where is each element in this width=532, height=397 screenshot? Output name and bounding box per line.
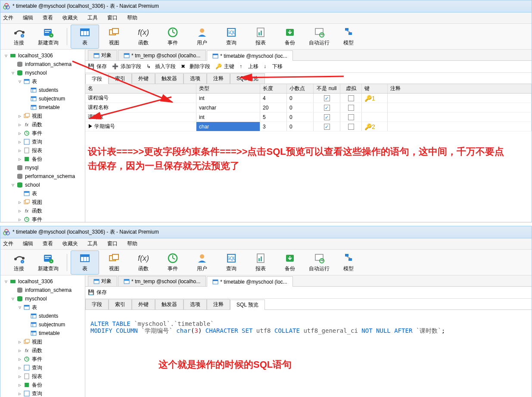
toolbtn-函数[interactable]: f(x)函数 [129,25,158,49]
toolbtn-模型[interactable]: 模型 [334,25,363,49]
tree-localhost_3306[interactable]: ▿localhost_3306 [0,51,85,60]
menu-收藏夹[interactable]: 收藏夹 [62,14,78,22]
tree-事件[interactable]: ▹事件 [0,355,85,363]
tree-查询[interactable]: ▹查询 [0,363,85,372]
toolbtn-用户[interactable]: 用户 [188,25,216,49]
tree-函数[interactable]: ▹fx函数 [0,346,85,355]
tree-subjectnum[interactable]: subjectnum [0,320,85,329]
tree-mysql[interactable]: mysql [0,163,85,172]
action-主键[interactable]: 🔑主键 [215,63,234,70]
design-tab-SQL 预览[interactable]: SQL 预览 [230,73,265,84]
field-row[interactable]: 课程名称varchar200 [85,103,532,113]
expand-icon[interactable]: ▿ [10,296,16,302]
doc-tab[interactable]: * tm_temp @school (localho... [118,276,206,286]
action-添加字段[interactable]: ➕添加字段 [112,63,141,70]
expand-icon[interactable]: ▹ [17,339,22,345]
toolbtn-报表[interactable]: 报表 [246,25,275,49]
expand-icon[interactable]: ▹ [17,113,22,119]
tree-备份[interactable]: ▹备份 [0,155,85,163]
action-保存[interactable]: 💾保存 [88,63,107,70]
col-header[interactable]: 小数点 [287,84,314,93]
design-tab-触发器[interactable]: 触发器 [155,299,184,309]
design-tab-外键[interactable]: 外键 [132,73,155,84]
expand-icon[interactable]: ▹ [17,122,22,128]
menu-查看[interactable]: 查看 [43,240,53,247]
toolbtn-表[interactable]: 表 [71,250,99,275]
col-header[interactable]: 注释 [388,84,532,93]
expand-icon[interactable]: ▹ [17,391,22,397]
expand-icon[interactable]: ▹ [17,147,22,153]
design-tab-触发器[interactable]: 触发器 [155,73,184,84]
doc-tab[interactable]: * tm_temp @school (localho... [118,50,206,60]
tree-information_schema[interactable]: information_schema [0,60,85,69]
toolbtn-表[interactable]: 表 [71,25,99,49]
menu-帮助[interactable]: 帮助 [127,14,137,22]
connection-tree[interactable]: ▿localhost_3306information_schema▿myscho… [0,275,85,397]
notnull-checkbox[interactable] [324,105,330,111]
toolbtn-视图[interactable]: 视图 [100,250,128,275]
expand-icon[interactable]: ▿ [3,53,9,59]
menu-工具[interactable]: 工具 [87,240,98,247]
tree-表[interactable]: ▿表 [0,303,85,312]
expand-icon[interactable]: ▹ [17,130,22,136]
col-header[interactable]: 不是 null [314,84,340,93]
action-上移[interactable]: ↑上移 [240,63,258,70]
toolbtn-用户[interactable]: 用户 [188,250,216,275]
action-下移[interactable]: ↓下移 [264,63,283,70]
menu-帮助[interactable]: 帮助 [127,240,137,247]
tree-备份[interactable]: ▹备份 [0,381,85,389]
action-删除字段[interactable]: ✖删除字段 [181,63,210,70]
tree-myschool[interactable]: ▿myschool [0,294,85,303]
expand-icon[interactable]: ▹ [17,373,22,379]
expand-icon[interactable]: ▹ [17,356,22,362]
tree-事件[interactable]: ▹事件 [0,215,85,222]
expand-icon[interactable]: ▹ [17,347,22,353]
expand-icon[interactable]: ▹ [17,382,22,388]
field-row[interactable]: ▶ 学期编号char30🔑2 [85,122,532,131]
tree-timetable[interactable]: timetable [0,103,85,112]
expand-icon[interactable]: ▹ [17,139,22,145]
menu-窗口[interactable]: 窗口 [107,240,118,247]
col-header[interactable]: 类型 [196,84,260,93]
toolbtn-视图[interactable]: 视图 [100,25,128,49]
expand-icon[interactable]: ▹ [17,199,22,205]
menu-编辑[interactable]: 编辑 [23,14,33,22]
notnull-checkbox[interactable] [324,124,330,130]
field-row[interactable]: 课程编号int40🔑1 [85,94,532,103]
expand-icon[interactable]: ▹ [17,208,22,214]
toolbtn-自动运行[interactable]: 自动运行 [305,250,333,275]
tree-subjectnum[interactable]: subjectnum [0,94,85,103]
field-row[interactable]: 课时数int50 [85,113,532,122]
doc-tab[interactable]: * timetable @myschool (loc... [207,50,293,61]
toolbtn-事件[interactable]: 事件 [159,250,187,275]
virtual-checkbox[interactable] [348,124,354,130]
toolbtn-函数[interactable]: f(x)函数 [129,250,158,275]
doc-tab[interactable]: * timetable @myschool (loc... [207,276,293,287]
connection-tree[interactable]: ▿localhost_3306information_schema▿myscho… [0,50,85,222]
tree-school[interactable]: ▿school [0,181,85,189]
tree-表[interactable]: ▿表 [0,77,85,86]
expand-icon[interactable]: ▿ [10,182,16,188]
toolbtn-报表[interactable]: 报表 [246,250,275,275]
menu-编辑[interactable]: 编辑 [23,240,33,247]
tree-localhost_3306[interactable]: ▿localhost_3306 [0,277,85,286]
tree-timetable[interactable]: timetable [0,329,85,338]
menu-文件[interactable]: 文件 [3,240,13,247]
tree-报表[interactable]: ▹报表 [0,146,85,155]
menu-工具[interactable]: 工具 [87,14,98,22]
expand-icon[interactable]: ▿ [17,304,22,310]
tree-students[interactable]: students [0,312,85,320]
tree-函数[interactable]: ▹fx函数 [0,120,85,129]
toolbtn-新建查询[interactable]: +新建查询 [34,25,62,49]
design-tab-注释[interactable]: 注释 [207,73,230,84]
menu-窗口[interactable]: 窗口 [107,14,118,22]
tree-查询[interactable]: ▹查询 [0,138,85,146]
menu-收藏夹[interactable]: 收藏夹 [62,240,78,247]
tree-查询[interactable]: ▹查询 [0,389,85,397]
expand-icon[interactable]: ▿ [3,278,9,284]
design-tab-选项[interactable]: 选项 [184,73,207,84]
expand-icon[interactable]: ▹ [17,156,22,162]
virtual-checkbox[interactable] [348,114,354,120]
toolbtn-自动运行[interactable]: 自动运行 [305,25,333,49]
doc-tab[interactable]: 对象 [88,50,117,60]
